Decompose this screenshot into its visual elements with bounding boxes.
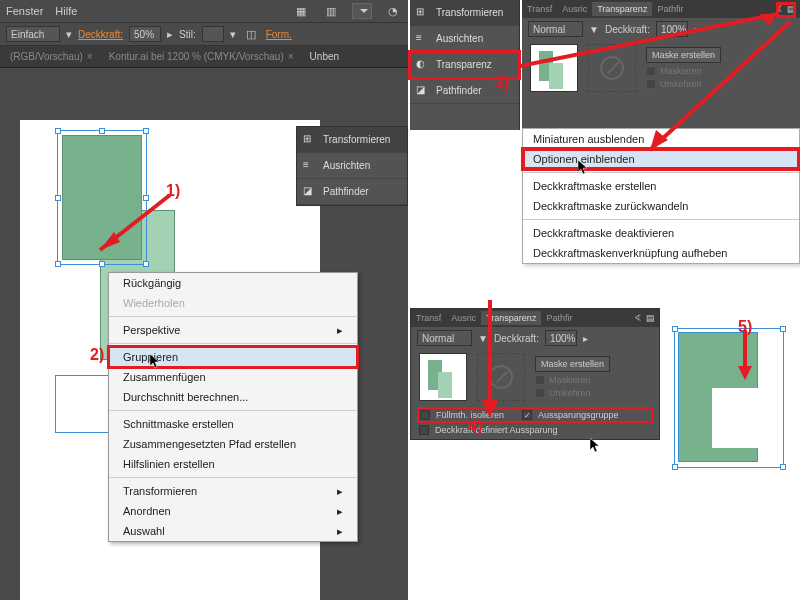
- ctx-redo: Wiederholen: [109, 293, 357, 313]
- transparency-thumb[interactable]: [419, 353, 467, 401]
- clip-checkbox: Maskieren: [535, 375, 610, 385]
- align-icon: ≡: [416, 32, 430, 46]
- panel-row-transformieren[interactable]: ⊞ Transformieren: [297, 127, 407, 153]
- opacity-defines-checkbox[interactable]: [419, 425, 429, 435]
- panel-tabs: Transf Ausric Transparenz Pathfir ∢ ▤: [522, 0, 800, 18]
- panel-row-pathfinder-2[interactable]: ◪ Pathfinder: [410, 78, 519, 104]
- tab-ausric[interactable]: Ausric: [446, 311, 481, 325]
- docked-panel-group-2: ⊞ Transformieren ≡ Ausrichten ◐ Transpar…: [410, 0, 520, 130]
- opacity-field[interactable]: 100%: [545, 330, 577, 346]
- flyout-release-mask[interactable]: Deckkraftmaske zurückwandeln: [523, 196, 799, 216]
- invert-checkbox: Umkehren: [646, 79, 721, 89]
- ctx-compound[interactable]: Zusammengesetzten Pfad erstellen: [109, 434, 357, 454]
- opacity-defines-label: Deckkraft definiert Aussparung: [435, 425, 558, 435]
- panel-row-pathfinder[interactable]: ◪ Pathfinder: [297, 179, 407, 205]
- layout-icon[interactable]: ▥: [322, 2, 340, 20]
- result-selection: [674, 328, 784, 468]
- no-mask-icon: [600, 56, 624, 80]
- isolate-label: Füllmth. isolieren: [436, 410, 504, 420]
- opacity-field[interactable]: 100%: [656, 21, 688, 37]
- transparency-thumb[interactable]: [530, 44, 578, 92]
- doc-tab-2[interactable]: Kontur.ai bei 1200 % (CMYK/Vorschau)×: [103, 49, 300, 64]
- ctx-guides[interactable]: Hilfslinien erstellen: [109, 454, 357, 474]
- ctx-join[interactable]: Zusammenfügen: [109, 367, 357, 387]
- tab-pathfir[interactable]: Pathfir: [652, 2, 688, 16]
- panel-row-ausrichten[interactable]: ≡ Ausrichten: [297, 153, 407, 179]
- transparency-panel-expanded: Transf Ausric Transparenz Pathfir ∢ ▤ No…: [410, 308, 660, 440]
- tab-transf[interactable]: Transf: [411, 311, 446, 325]
- transform-icon: ⊞: [416, 6, 430, 20]
- tab-transf[interactable]: Transf: [522, 2, 557, 16]
- isolate-blending-checkbox[interactable]: [420, 410, 430, 420]
- clip-checkbox: Maskieren: [646, 66, 721, 76]
- flyout-make-mask[interactable]: Deckkraftmaske erstellen: [523, 176, 799, 196]
- blend-mode-select[interactable]: Normal: [528, 21, 583, 37]
- ctx-group[interactable]: Gruppieren: [109, 347, 357, 367]
- invert-checkbox: Umkehren: [535, 388, 610, 398]
- transparency-panel: Transf Ausric Transparenz Pathfir ∢ ▤ No…: [522, 0, 800, 128]
- ctx-select[interactable]: Auswahl: [109, 521, 357, 541]
- panel-row-ausrichten-2[interactable]: ≡ Ausrichten: [410, 26, 519, 52]
- screen-mode-dropdown[interactable]: [352, 3, 372, 19]
- menu-fenster[interactable]: Fenster: [6, 5, 43, 17]
- tab-transparenz[interactable]: Transparenz: [481, 311, 541, 325]
- control-bar: Einfach ▾ Deckkraft: 50% ▸ Stil: ▾ ◫ For…: [0, 22, 408, 46]
- pathfinder-icon: ◪: [416, 84, 430, 98]
- ctx-undo[interactable]: Rückgängig: [109, 273, 357, 293]
- panel-flyout-menu: Miniaturen ausblenden Optionen einblende…: [522, 128, 800, 264]
- align-icon[interactable]: ◫: [242, 25, 260, 43]
- document-tabs: (RGB/Vorschau)× Kontur.ai bei 1200 % (CM…: [0, 46, 408, 68]
- docked-panel-group: ⊞ Transformieren ≡ Ausrichten ◪ Pathfind…: [296, 126, 408, 206]
- result-artboard: [672, 308, 798, 498]
- bridge-icon[interactable]: ▦: [292, 2, 310, 20]
- menubar: Fenster Hilfe ▦ ▥ ◔: [0, 0, 408, 22]
- collapse-icon[interactable]: ∢: [775, 4, 783, 14]
- panel-row-transformieren-2[interactable]: ⊞ Transformieren: [410, 0, 519, 26]
- step4-5-region: Transf Ausric Transparenz Pathfir ∢ ▤ No…: [410, 300, 800, 600]
- illustrator-main-window: Fenster Hilfe ▦ ▥ ◔ Einfach ▾ Deckkraft:…: [0, 0, 408, 600]
- gauge-icon[interactable]: ◔: [384, 2, 402, 20]
- ctx-average[interactable]: Durchschnitt berechnen...: [109, 387, 357, 407]
- pathfinder-icon: ◪: [303, 185, 317, 199]
- shape-label[interactable]: Form.: [266, 29, 292, 40]
- step3-region: ⊞ Transformieren ≡ Ausrichten ◐ Transpar…: [410, 0, 800, 298]
- panel-tabs-2: Transf Ausric Transparenz Pathfir ∢ ▤: [411, 309, 659, 327]
- selection-bbox: [57, 130, 147, 265]
- ctx-clipmask[interactable]: Schnittmaske erstellen: [109, 414, 357, 434]
- make-mask-button[interactable]: Maske erstellen: [535, 356, 610, 372]
- opacity-field[interactable]: 50%: [129, 26, 161, 42]
- blend-mode-select[interactable]: Normal: [417, 330, 472, 346]
- knockout-group-checkbox[interactable]: [522, 410, 532, 420]
- align-icon: ≡: [303, 159, 317, 173]
- tab-transparenz[interactable]: Transparenz: [592, 2, 652, 16]
- style-label: Stil:: [179, 29, 196, 40]
- panel-menu-icon[interactable]: ▤: [646, 313, 655, 323]
- collapse-icon[interactable]: ∢: [634, 313, 642, 323]
- ctx-perspective[interactable]: Perspektive: [109, 320, 357, 340]
- graphic-style-field[interactable]: Einfach: [6, 26, 60, 42]
- panel-row-transparenz[interactable]: ◐ Transparenz: [410, 52, 519, 78]
- flyout-show-options[interactable]: Optionen einblenden: [523, 149, 799, 169]
- shape-rect-white[interactable]: [55, 375, 113, 433]
- menu-hilfe[interactable]: Hilfe: [55, 5, 77, 17]
- knockout-label: Aussparungsgruppe: [538, 410, 619, 420]
- tab-pathfir[interactable]: Pathfir: [541, 311, 577, 325]
- doc-tab-3[interactable]: Unben: [304, 49, 345, 64]
- no-mask-icon: [489, 365, 513, 389]
- ctx-transform[interactable]: Transformieren: [109, 481, 357, 501]
- context-menu: Rückgängig Wiederholen Perspektive Grupp…: [108, 272, 358, 542]
- doc-tab-1[interactable]: (RGB/Vorschau)×: [4, 49, 99, 64]
- opacity-label: Deckkraft:: [494, 333, 539, 344]
- tab-ausric[interactable]: Ausric: [557, 2, 592, 16]
- mask-thumb-empty[interactable]: [588, 44, 636, 92]
- opacity-label[interactable]: Deckkraft:: [78, 29, 123, 40]
- flyout-hide-thumbs[interactable]: Miniaturen ausblenden: [523, 129, 799, 149]
- make-mask-button[interactable]: Maske erstellen: [646, 47, 721, 63]
- transform-icon: ⊞: [303, 133, 317, 147]
- panel-menu-icon[interactable]: ▤: [787, 4, 796, 14]
- flyout-unlink-mask[interactable]: Deckkraftmaskenverknüpfung aufheben: [523, 243, 799, 263]
- flyout-disable-mask[interactable]: Deckkraftmaske deaktivieren: [523, 223, 799, 243]
- mask-thumb-empty[interactable]: [477, 353, 525, 401]
- style-field[interactable]: [202, 26, 224, 42]
- ctx-arrange[interactable]: Anordnen: [109, 501, 357, 521]
